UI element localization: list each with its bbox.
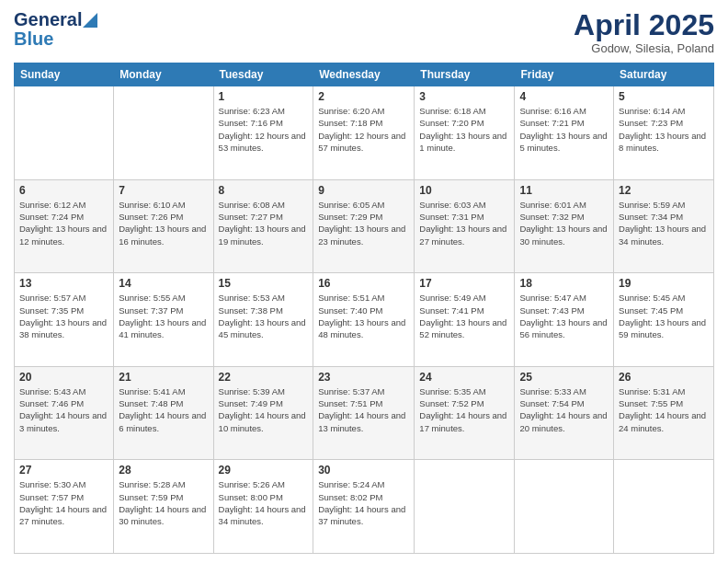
day-info: Sunrise: 5:55 AMSunset: 7:37 PMDaylight:…	[119, 292, 208, 340]
day-number: 4	[519, 90, 609, 103]
table-row: 29Sunrise: 5:26 AMSunset: 8:00 PMDayligh…	[213, 460, 313, 554]
day-info: Sunrise: 6:18 AMSunset: 7:20 PMDaylight:…	[419, 105, 509, 154]
calendar-row: 13Sunrise: 5:57 AMSunset: 7:35 PMDayligh…	[15, 273, 714, 367]
table-row: 2Sunrise: 6:20 AMSunset: 7:18 PMDaylight…	[313, 86, 415, 180]
day-number: 22	[219, 371, 309, 384]
table-row: 30Sunrise: 5:24 AMSunset: 8:02 PMDayligh…	[313, 460, 415, 554]
day-number: 20	[19, 371, 108, 384]
col-friday: Friday	[515, 63, 614, 86]
table-row	[15, 86, 114, 180]
day-number: 12	[619, 184, 709, 197]
day-number: 10	[419, 184, 509, 197]
day-number: 30	[318, 464, 409, 477]
day-number: 23	[318, 371, 409, 384]
table-row: 14Sunrise: 5:55 AMSunset: 7:37 PMDayligh…	[114, 273, 213, 367]
day-number: 8	[219, 184, 309, 197]
table-row: 16Sunrise: 5:51 AMSunset: 7:40 PMDayligh…	[313, 273, 415, 367]
svg-marker-0	[83, 13, 97, 28]
day-number: 2	[318, 90, 409, 103]
col-wednesday: Wednesday	[313, 63, 415, 86]
table-row: 20Sunrise: 5:43 AMSunset: 7:46 PMDayligh…	[15, 366, 114, 460]
day-info: Sunrise: 5:24 AMSunset: 8:02 PMDaylight:…	[318, 478, 409, 527]
day-info: Sunrise: 5:51 AMSunset: 7:40 PMDaylight:…	[318, 292, 409, 340]
table-row: 6Sunrise: 6:12 AMSunset: 7:24 PMDaylight…	[15, 179, 114, 273]
day-number: 29	[219, 464, 309, 477]
table-row	[114, 86, 213, 180]
table-row: 24Sunrise: 5:35 AMSunset: 7:52 PMDayligh…	[415, 366, 515, 460]
col-saturday: Saturday	[614, 63, 714, 86]
day-number: 14	[119, 277, 208, 290]
table-row: 7Sunrise: 6:10 AMSunset: 7:26 PMDaylight…	[114, 179, 213, 273]
day-number: 3	[419, 90, 509, 103]
day-info: Sunrise: 6:23 AMSunset: 7:16 PMDaylight:…	[219, 105, 309, 154]
col-tuesday: Tuesday	[213, 63, 313, 86]
day-number: 13	[19, 277, 108, 290]
logo-blue: Blue	[14, 29, 53, 50]
calendar-header-row: Sunday Monday Tuesday Wednesday Thursday…	[15, 63, 714, 86]
table-row: 21Sunrise: 5:41 AMSunset: 7:48 PMDayligh…	[114, 366, 213, 460]
day-info: Sunrise: 6:16 AMSunset: 7:21 PMDaylight:…	[519, 105, 609, 154]
day-number: 9	[318, 184, 409, 197]
day-info: Sunrise: 5:59 AMSunset: 7:34 PMDaylight:…	[619, 199, 709, 247]
table-row	[614, 460, 714, 554]
day-number: 15	[219, 277, 309, 290]
location: Godow, Silesia, Poland	[574, 41, 714, 55]
day-number: 24	[419, 371, 509, 384]
table-row: 17Sunrise: 5:49 AMSunset: 7:41 PMDayligh…	[415, 273, 515, 367]
table-row: 19Sunrise: 5:45 AMSunset: 7:45 PMDayligh…	[614, 273, 714, 367]
table-row	[515, 460, 614, 554]
col-monday: Monday	[114, 63, 213, 86]
day-info: Sunrise: 5:45 AMSunset: 7:45 PMDaylight:…	[619, 292, 709, 340]
day-number: 28	[119, 464, 208, 477]
day-number: 19	[619, 277, 709, 290]
day-info: Sunrise: 5:41 AMSunset: 7:48 PMDaylight:…	[119, 385, 208, 434]
table-row: 26Sunrise: 5:31 AMSunset: 7:55 PMDayligh…	[614, 366, 714, 460]
day-info: Sunrise: 5:49 AMSunset: 7:41 PMDaylight:…	[419, 292, 509, 340]
day-info: Sunrise: 6:03 AMSunset: 7:31 PMDaylight:…	[419, 199, 509, 247]
day-info: Sunrise: 5:33 AMSunset: 7:54 PMDaylight:…	[519, 385, 609, 434]
day-number: 27	[19, 464, 108, 477]
day-info: Sunrise: 6:01 AMSunset: 7:32 PMDaylight:…	[519, 199, 609, 247]
page: General Blue April 2025 Godow, Silesia, …	[0, 0, 728, 563]
day-info: Sunrise: 6:12 AMSunset: 7:24 PMDaylight:…	[19, 199, 108, 247]
table-row: 10Sunrise: 6:03 AMSunset: 7:31 PMDayligh…	[415, 179, 515, 273]
day-info: Sunrise: 6:14 AMSunset: 7:23 PMDaylight:…	[619, 105, 709, 154]
table-row: 12Sunrise: 5:59 AMSunset: 7:34 PMDayligh…	[614, 179, 714, 273]
day-number: 5	[619, 90, 709, 103]
day-info: Sunrise: 5:47 AMSunset: 7:43 PMDaylight:…	[519, 292, 609, 340]
day-info: Sunrise: 5:31 AMSunset: 7:55 PMDaylight:…	[619, 385, 709, 434]
table-row	[415, 460, 515, 554]
month-title: April 2025	[574, 9, 714, 41]
table-row: 1Sunrise: 6:23 AMSunset: 7:16 PMDaylight…	[213, 86, 313, 180]
calendar-row: 1Sunrise: 6:23 AMSunset: 7:16 PMDaylight…	[15, 86, 714, 180]
table-row: 15Sunrise: 5:53 AMSunset: 7:38 PMDayligh…	[213, 273, 313, 367]
calendar-table: Sunday Monday Tuesday Wednesday Thursday…	[14, 63, 714, 554]
calendar-row: 27Sunrise: 5:30 AMSunset: 7:57 PMDayligh…	[15, 460, 714, 554]
day-number: 26	[619, 371, 709, 384]
day-number: 25	[519, 371, 609, 384]
table-row: 28Sunrise: 5:28 AMSunset: 7:59 PMDayligh…	[114, 460, 213, 554]
day-info: Sunrise: 5:37 AMSunset: 7:51 PMDaylight:…	[318, 385, 409, 434]
day-info: Sunrise: 5:57 AMSunset: 7:35 PMDaylight:…	[19, 292, 108, 340]
day-info: Sunrise: 5:26 AMSunset: 8:00 PMDaylight:…	[219, 478, 309, 527]
table-row: 13Sunrise: 5:57 AMSunset: 7:35 PMDayligh…	[15, 273, 114, 367]
table-row: 18Sunrise: 5:47 AMSunset: 7:43 PMDayligh…	[515, 273, 614, 367]
table-row: 11Sunrise: 6:01 AMSunset: 7:32 PMDayligh…	[515, 179, 614, 273]
day-info: Sunrise: 5:35 AMSunset: 7:52 PMDaylight:…	[419, 385, 509, 434]
logo-general: General	[14, 9, 82, 30]
table-row: 22Sunrise: 5:39 AMSunset: 7:49 PMDayligh…	[213, 366, 313, 460]
day-info: Sunrise: 5:53 AMSunset: 7:38 PMDaylight:…	[219, 292, 309, 340]
day-info: Sunrise: 6:10 AMSunset: 7:26 PMDaylight:…	[119, 199, 208, 247]
col-thursday: Thursday	[415, 63, 515, 86]
day-number: 1	[219, 90, 309, 103]
title-section: April 2025 Godow, Silesia, Poland	[574, 9, 714, 55]
table-row: 23Sunrise: 5:37 AMSunset: 7:51 PMDayligh…	[313, 366, 415, 460]
day-info: Sunrise: 5:39 AMSunset: 7:49 PMDaylight:…	[219, 385, 309, 434]
day-info: Sunrise: 5:43 AMSunset: 7:46 PMDaylight:…	[19, 385, 108, 434]
table-row: 25Sunrise: 5:33 AMSunset: 7:54 PMDayligh…	[515, 366, 614, 460]
day-number: 16	[318, 277, 409, 290]
day-number: 6	[19, 184, 108, 197]
table-row: 4Sunrise: 6:16 AMSunset: 7:21 PMDaylight…	[515, 86, 614, 180]
day-info: Sunrise: 5:28 AMSunset: 7:59 PMDaylight:…	[119, 478, 208, 527]
day-number: 11	[519, 184, 609, 197]
